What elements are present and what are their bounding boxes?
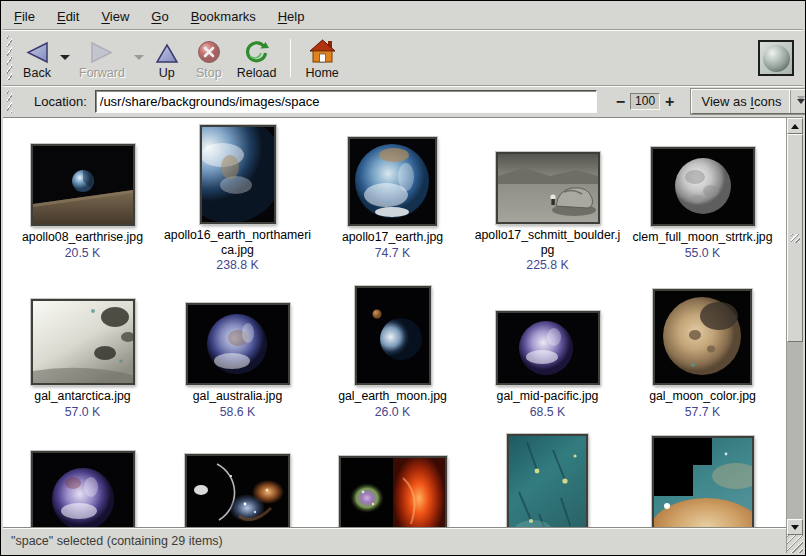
forward-icon	[89, 37, 115, 64]
thumbnail-full-moon-image	[651, 147, 755, 226]
up-button[interactable]: Up	[146, 35, 188, 81]
zoom-level-indicator: 100	[630, 93, 660, 110]
scroll-up-button[interactable]	[787, 118, 803, 134]
icon-view[interactable]: apollo08_earthrise.jpg 20.5 K	[3, 118, 786, 527]
file-item-apollo17-schmitt-boulder[interactable]: apollo17_schmitt_boulder.jpg 225.8 K	[470, 124, 625, 272]
file-item-apollo17-earth[interactable]: apollo17_earth.jpg 74.7 K	[315, 124, 470, 272]
thumbnail-earth-northamerica-image	[200, 125, 276, 224]
toolbar: Back Forward Up	[3, 31, 803, 85]
view-as-dropdown[interactable]: View as Icons	[691, 89, 806, 114]
file-item-partial-4[interactable]	[470, 424, 625, 527]
thumbnail-mid-pacific-image	[496, 311, 600, 385]
view-as-label: View as Icons	[692, 94, 790, 109]
thumbnail-full-earth-image	[348, 137, 437, 226]
menu-file[interactable]: File	[7, 5, 47, 28]
chevron-down-icon	[797, 99, 805, 104]
arrow-up-icon	[791, 124, 799, 129]
forward-button[interactable]: Forward	[72, 35, 132, 81]
locationbar-grip-handle[interactable]	[7, 91, 12, 113]
zoom-in-button[interactable]: +	[660, 93, 679, 111]
thumbnail-teal-orange-nebula-image	[652, 436, 754, 527]
status-bar: "space" selected (containing 29 items)	[3, 527, 786, 553]
thumbnail-teal-streaked-nebula-image	[507, 434, 588, 527]
thumbnail-purple-earth-image	[31, 451, 135, 527]
stop-icon	[197, 37, 221, 64]
file-manager-window: File Edit View Go Bookmarks Help Back	[0, 0, 806, 556]
thumbnail-nebula-two-panel-image	[339, 456, 447, 527]
location-bar: Location: − 100 + View as Icons	[3, 87, 803, 118]
back-icon	[24, 37, 50, 64]
reload-button[interactable]: Reload	[230, 35, 284, 81]
scrollbar-thumb[interactable]	[787, 134, 803, 342]
thumbnail-colliding-galaxies-image	[185, 454, 290, 527]
scroll-down-button[interactable]	[787, 519, 803, 535]
icon-row-3	[5, 424, 786, 527]
file-item-gal-earth-moon[interactable]: gal_earth_moon.jpg 26.0 K	[315, 272, 470, 424]
thumbnail-antarctica-image	[31, 299, 135, 385]
thumbnail-color-moon-image	[653, 289, 752, 385]
icon-row-2: gal_antarctica.jpg 57.0 K	[5, 272, 786, 424]
reload-icon	[244, 37, 270, 64]
throbber	[758, 40, 794, 76]
menu-edit[interactable]: Edit	[47, 5, 91, 28]
back-button[interactable]: Back	[16, 35, 58, 81]
location-input[interactable]	[95, 90, 597, 113]
file-item-apollo16-earth-northamerica[interactable]: apollo16_earth_northamerica.jpg 238.8 K	[160, 124, 315, 272]
status-text: "space" selected (containing 29 items)	[11, 534, 223, 548]
main-area: apollo08_earthrise.jpg 20.5 K	[3, 118, 803, 553]
file-item-gal-mid-pacific[interactable]: gal_mid-pacific.jpg 68.5 K	[470, 272, 625, 424]
chevron-down-icon	[60, 55, 70, 60]
zoom-out-button[interactable]: −	[611, 93, 630, 111]
menu-bookmarks[interactable]: Bookmarks	[181, 5, 268, 28]
chevron-down-icon	[134, 55, 144, 60]
scrollbar-trough[interactable]	[787, 342, 803, 519]
icon-row-1: apollo08_earthrise.jpg 20.5 K	[5, 124, 786, 272]
home-icon	[309, 37, 336, 64]
arrow-down-icon	[791, 525, 799, 530]
location-label: Location:	[34, 94, 87, 109]
toolbar-grip-handle[interactable]	[7, 36, 12, 80]
stop-button[interactable]: Stop	[188, 35, 230, 81]
up-icon	[154, 37, 180, 64]
view-as-arrow-segment[interactable]	[790, 90, 806, 113]
menu-help[interactable]: Help	[268, 5, 317, 28]
file-item-apollo08-earthrise[interactable]: apollo08_earthrise.jpg 20.5 K	[5, 124, 160, 272]
menu-bar: File Edit View Go Bookmarks Help	[3, 3, 803, 29]
scrollbar-grip-icon	[791, 234, 800, 243]
forward-history-dropdown[interactable]	[132, 52, 146, 70]
back-history-dropdown[interactable]	[58, 52, 72, 70]
file-item-partial-2[interactable]	[160, 424, 315, 527]
toolbar-separator	[290, 39, 291, 77]
file-item-partial-5[interactable]	[625, 424, 780, 527]
thumbnail-australia-image	[186, 303, 290, 385]
menu-go[interactable]: Go	[141, 5, 180, 28]
menu-view[interactable]: View	[91, 5, 141, 28]
thumbnail-earth-moon-image	[355, 286, 431, 385]
file-item-partial-1[interactable]	[5, 424, 160, 527]
file-item-gal-moon-color[interactable]: gal_moon_color.jpg 57.7 K	[625, 272, 780, 424]
window-resize-grip[interactable]	[787, 535, 803, 553]
home-button[interactable]: Home	[298, 35, 345, 81]
vertical-scrollbar[interactable]	[786, 118, 803, 553]
file-item-gal-antarctica[interactable]: gal_antarctica.jpg 57.0 K	[5, 272, 160, 424]
thumbnail-schmitt-boulder-image	[496, 152, 600, 224]
file-item-partial-3[interactable]	[315, 424, 470, 527]
file-item-gal-australia[interactable]: gal_australia.jpg 58.6 K	[160, 272, 315, 424]
file-item-clem-full-moon[interactable]: clem_full_moon_strtrk.jpg 55.0 K	[625, 124, 780, 272]
thumbnail-earthrise-image	[31, 144, 135, 226]
globe-throbber-icon	[763, 45, 790, 72]
